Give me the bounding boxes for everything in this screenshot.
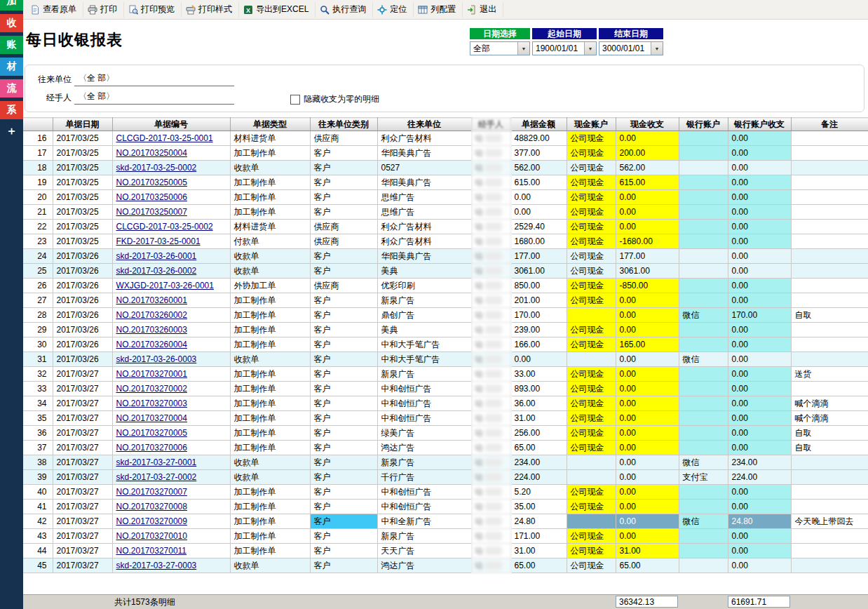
cell-handler[interactable]: 喻 [471, 426, 510, 441]
cell-num[interactable]: 43 [23, 529, 53, 544]
cell-cash_flow[interactable]: 0.00 [616, 352, 679, 367]
cell-unit_type[interactable]: 客户 [310, 470, 377, 485]
cell-doc_type[interactable]: 加工制作单 [230, 485, 310, 500]
sidebar-tab-zhang[interactable]: 账 [0, 36, 23, 54]
cell-doc_type[interactable]: 加工制作单 [230, 500, 310, 514]
doc-link[interactable]: skd-2017-03-26-0002 [116, 266, 197, 276]
cell-remark[interactable]: 自取 [791, 308, 868, 323]
hide-zero-checkbox[interactable] [290, 95, 300, 105]
cell-handler[interactable]: 喻 [471, 337, 510, 352]
cell-date[interactable]: 2017/03/25 [53, 190, 112, 205]
cell-remark[interactable]: 自取 [791, 441, 868, 455]
cell-date[interactable]: 2017/03/27 [53, 426, 112, 441]
cell-bank_account[interactable] [679, 367, 728, 382]
cell-unit[interactable]: 中和大手笔广告 [377, 352, 471, 367]
column-header-amount[interactable]: 单据金额 [510, 118, 567, 131]
cell-doc_no[interactable]: NO.201703260004 [112, 337, 230, 352]
cell-doc_type[interactable]: 收款单 [230, 558, 310, 573]
cell-cash_account[interactable]: 公司现金 [567, 190, 616, 205]
unit-filter-value[interactable]: 〈全 部〉 [74, 72, 234, 86]
cell-handler[interactable]: 喻 [471, 382, 510, 396]
cell-unit_type[interactable]: 客户 [310, 441, 377, 455]
chevron-down-icon[interactable]: ▼ [584, 42, 596, 55]
cell-cash_account[interactable]: 公司现金 [567, 500, 616, 514]
cell-num[interactable]: 38 [23, 455, 53, 470]
cell-cash_account[interactable]: 公司现金 [567, 367, 616, 382]
column-header-cash_flow[interactable]: 现金收支 [616, 118, 679, 131]
cell-bank_flow[interactable]: 0.00 [728, 485, 791, 500]
doc-link[interactable]: NO.201703250005 [116, 178, 187, 187]
cell-remark[interactable]: 喊个滴滴 [791, 411, 868, 426]
cell-date[interactable]: 2017/03/26 [53, 323, 112, 337]
doc-link[interactable]: skd-2017-03-26-0003 [116, 354, 197, 364]
cell-bank_flow[interactable]: 0.00 [728, 352, 791, 367]
cell-date[interactable]: 2017/03/27 [53, 441, 112, 455]
cell-unit_type[interactable]: 客户 [310, 396, 377, 411]
sidebar-tab-jia[interactable]: 加 [0, 0, 23, 11]
cell-doc_type[interactable]: 加工制作单 [230, 205, 310, 220]
doc-link[interactable]: NO.201703270008 [116, 502, 187, 511]
cell-remark[interactable] [791, 249, 868, 264]
cell-unit_type[interactable]: 客户 [310, 558, 377, 573]
cell-doc_no[interactable]: NO.201703270003 [112, 396, 230, 411]
doc-link[interactable]: NO.201703250007 [116, 207, 187, 217]
cell-unit[interactable]: 中和大手笔广告 [377, 337, 471, 352]
cell-bank_flow[interactable]: 0.00 [728, 382, 791, 396]
cell-handler[interactable]: 喻 [471, 175, 510, 190]
doc-link[interactable]: NO.201703270005 [116, 428, 187, 438]
cell-doc_type[interactable]: 加工制作单 [230, 146, 310, 161]
cell-remark[interactable] [791, 500, 868, 514]
cell-bank_account[interactable]: 微信 [679, 455, 728, 470]
cell-cash_account[interactable]: 公司现金 [567, 529, 616, 544]
cell-handler[interactable]: 喻 [471, 367, 510, 382]
cell-num[interactable]: 37 [23, 441, 53, 455]
cell-unit[interactable]: 中和创恒广告 [377, 485, 471, 500]
column-header-row-number[interactable] [23, 118, 53, 131]
cell-unit[interactable]: 利众广告材料 [377, 131, 471, 146]
cell-unit[interactable]: 绿美广告 [377, 426, 471, 441]
chevron-down-icon[interactable]: ▼ [651, 42, 663, 55]
doc-link[interactable]: CLCGD-2017-03-25-0002 [116, 222, 213, 232]
cell-cash_flow[interactable]: 0.00 [616, 529, 679, 544]
cell-unit[interactable]: 新泉广告 [377, 529, 471, 544]
cell-unit[interactable]: 优彩印刷 [377, 279, 471, 293]
date-select-combo[interactable]: 全部 ▼ [470, 41, 530, 55]
cell-amount[interactable]: 33.00 [510, 367, 567, 382]
cell-unit_type[interactable]: 客户 [310, 205, 377, 220]
cell-doc_no[interactable]: FKD-2017-03-25-0001 [112, 234, 230, 249]
cell-doc_type[interactable]: 加工制作单 [230, 514, 310, 529]
cell-doc_no[interactable]: NO.201703250006 [112, 190, 230, 205]
cell-amount[interactable]: 0.00 [510, 190, 567, 205]
print-style-button[interactable]: 打印样式 [182, 2, 239, 18]
cell-remark[interactable] [791, 205, 868, 220]
cell-doc_type[interactable]: 收款单 [230, 352, 310, 367]
cell-remark[interactable] [791, 234, 868, 249]
cell-amount[interactable]: 177.00 [510, 249, 567, 264]
cell-bank_flow[interactable]: 0.00 [728, 441, 791, 455]
doc-link[interactable]: NO.201703270004 [116, 413, 187, 423]
cell-bank_account[interactable] [679, 411, 728, 426]
cell-unit_type[interactable]: 客户 [310, 367, 377, 382]
cell-unit[interactable]: 中和创恒广告 [377, 396, 471, 411]
cell-unit[interactable]: 鼎创广告 [377, 308, 471, 323]
cell-amount[interactable]: 850.00 [510, 279, 567, 293]
cell-num[interactable]: 44 [23, 544, 53, 558]
cell-cash_flow[interactable]: 0.00 [616, 382, 679, 396]
cell-bank_account[interactable] [679, 264, 728, 279]
cell-bank_account[interactable] [679, 175, 728, 190]
cell-amount[interactable]: 377.00 [510, 146, 567, 161]
doc-link[interactable]: NO.201703270010 [116, 531, 187, 541]
cell-doc_no[interactable]: skd-2017-03-27-0002 [112, 470, 230, 485]
column-header-handler[interactable]: 经手人 [471, 118, 510, 131]
cell-bank_flow[interactable]: 0.00 [728, 249, 791, 264]
cell-doc_no[interactable]: CLCGD-2017-03-25-0001 [112, 131, 230, 146]
print-preview-button[interactable]: 打印预览 [124, 2, 182, 18]
cell-handler[interactable]: 喻 [471, 249, 510, 264]
cell-unit[interactable]: 华阳美典广告 [377, 249, 471, 264]
cell-cash_flow[interactable]: 177.00 [616, 249, 679, 264]
cell-num[interactable]: 29 [23, 323, 53, 337]
cell-remark[interactable] [791, 455, 868, 470]
cell-date[interactable]: 2017/03/27 [53, 382, 112, 396]
cell-amount[interactable]: 5.20 [510, 485, 567, 500]
cell-handler[interactable]: 喻 [471, 279, 510, 293]
